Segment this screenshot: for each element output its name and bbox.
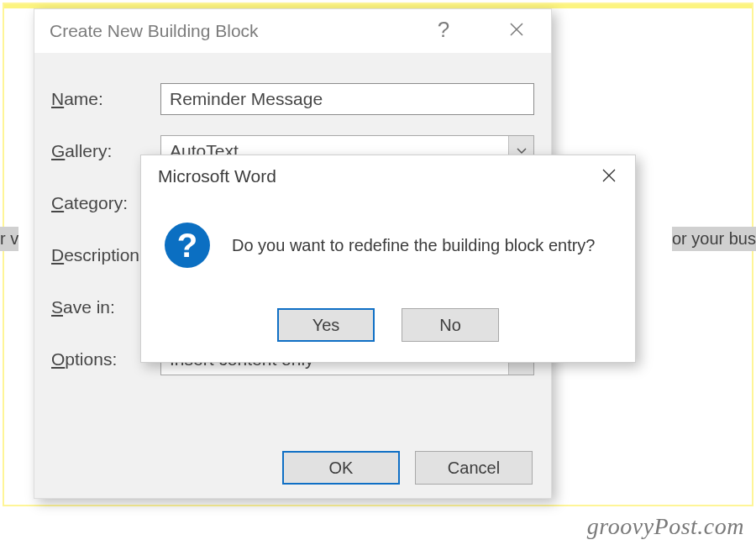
watermark: groovyPost.com — [587, 513, 744, 540]
confirm-titlebar: Microsoft Word — [141, 155, 635, 197]
label-name: Name: — [51, 89, 160, 109]
help-button[interactable]: ? — [424, 13, 463, 46]
confirm-body: ? Do you want to redefine the building b… — [141, 197, 635, 268]
cancel-button[interactable]: Cancel — [415, 451, 533, 485]
question-icon: ? — [165, 223, 210, 268]
close-icon — [509, 22, 524, 37]
close-icon — [601, 168, 617, 183]
yes-button[interactable]: Yes — [277, 308, 375, 342]
confirm-dialog: Microsoft Word ? Do you want to redefine… — [140, 155, 636, 363]
confirm-button-row: Yes No — [141, 308, 635, 342]
doc-text-right: or your bus — [672, 227, 756, 251]
dialog-title: Create New Building Block — [50, 21, 259, 41]
no-button[interactable]: No — [402, 308, 499, 342]
ok-button[interactable]: OK — [282, 451, 400, 485]
close-button[interactable] — [497, 13, 536, 46]
name-field[interactable]: Reminder Message — [160, 83, 534, 115]
chevron-down-icon — [517, 148, 527, 155]
confirm-message: Do you want to redefine the building blo… — [232, 236, 596, 255]
row-name: Name: Reminder Message — [51, 73, 534, 125]
dialog-button-row: OK Cancel — [282, 451, 533, 485]
dialog-titlebar: Create New Building Block ? — [34, 9, 551, 53]
doc-text-left: r v — [0, 227, 18, 251]
confirm-title-text: Microsoft Word — [158, 166, 276, 186]
confirm-close-button[interactable] — [590, 159, 628, 192]
